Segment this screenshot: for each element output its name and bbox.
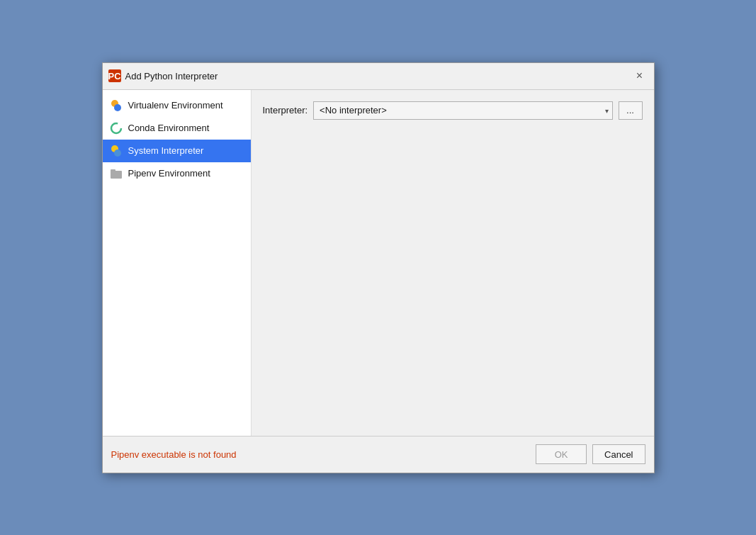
dialog-footer: Pipenv executable is not found OK Cancel: [103, 436, 654, 473]
ok-button[interactable]: OK: [536, 444, 587, 464]
main-content: Interpreter: <No interpreter> ▾ ...: [252, 90, 654, 436]
sidebar-item-label-conda: Conda Environment: [128, 123, 210, 133]
interpreter-label: Interpreter:: [263, 105, 308, 116]
svg-point-4: [114, 150, 121, 157]
virtualenv-icon: [110, 99, 123, 112]
interpreter-row: Interpreter: <No interpreter> ▾ ...: [263, 101, 643, 120]
sidebar-item-conda[interactable]: Conda Environment: [103, 117, 251, 140]
svg-point-1: [114, 104, 121, 111]
app-icon: PC: [108, 69, 121, 82]
close-button[interactable]: ×: [631, 67, 648, 84]
dialog-title: Add Python Interpreter: [125, 71, 218, 81]
content-area: [263, 131, 643, 424]
interpreter-select[interactable]: <No interpreter>: [313, 101, 612, 120]
sidebar-item-label-virtualenv: Virtualenv Environment: [128, 100, 223, 111]
sidebar-item-pipenv[interactable]: Pipenv Environment: [103, 162, 251, 185]
conda-icon: [110, 122, 123, 135]
sidebar-item-system[interactable]: System Interpreter: [103, 140, 251, 162]
sidebar-item-label-system: System Interpreter: [128, 145, 204, 156]
sidebar-item-label-pipenv: Pipenv Environment: [128, 168, 210, 179]
pipenv-icon: [110, 167, 123, 180]
title-bar: PC Add Python Interpreter ×: [103, 63, 654, 90]
footer-buttons: OK Cancel: [536, 444, 645, 464]
svg-rect-6: [111, 169, 115, 172]
dialog-body: Virtualenv Environment Conda Environment: [103, 90, 654, 436]
interpreter-select-wrapper: <No interpreter> ▾: [313, 101, 612, 120]
browse-button[interactable]: ...: [619, 101, 643, 120]
cancel-button[interactable]: Cancel: [592, 444, 645, 464]
sidebar: Virtualenv Environment Conda Environment: [103, 90, 252, 436]
error-message: Pipenv executable is not found: [111, 449, 237, 460]
svg-point-2: [111, 123, 121, 133]
system-interpreter-icon: [110, 145, 123, 157]
add-python-interpreter-dialog: PC Add Python Interpreter × Virtualenv E…: [102, 62, 655, 473]
sidebar-item-virtualenv[interactable]: Virtualenv Environment: [103, 94, 251, 117]
